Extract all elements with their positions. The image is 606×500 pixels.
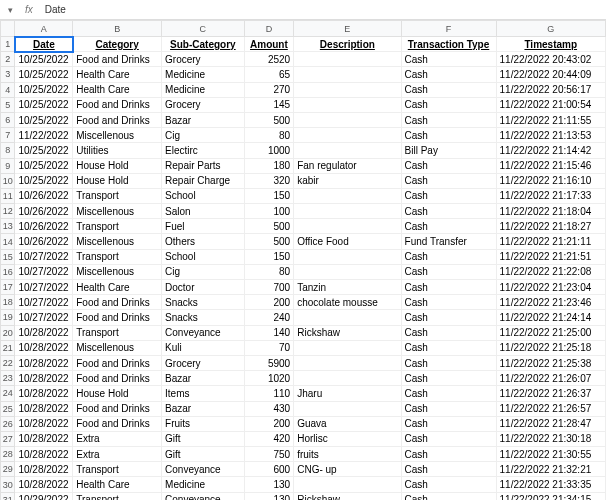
col-header-a[interactable]: A [15,21,73,37]
cell-subcategory[interactable]: School [162,249,245,264]
cell-date[interactable]: 10/26/2022 [15,188,73,203]
cell-amount[interactable]: 70 [244,340,294,355]
row-number[interactable]: 14 [1,234,15,249]
cell-subcategory[interactable]: Conveyance [162,462,245,477]
cell-date[interactable]: 10/27/2022 [15,310,73,325]
cell-txn-type[interactable]: Cash [401,249,496,264]
cell-txn-type[interactable]: Cash [401,128,496,143]
cell-subcategory[interactable]: Gift [162,447,245,462]
cell-txn-type[interactable]: Cash [401,492,496,500]
table-header-row[interactable]: 1DateCategorySub-CategoryAmountDescripti… [1,37,606,52]
formula-value[interactable]: Date [41,4,66,15]
cell-timestamp[interactable]: 11/22/2022 21:23:46 [496,295,605,310]
row-number[interactable]: 31 [1,492,15,500]
cell-txn-type[interactable]: Cash [401,477,496,492]
cell-description[interactable] [294,143,401,158]
row-number[interactable]: 24 [1,386,15,401]
cell-description[interactable] [294,128,401,143]
cell-timestamp[interactable]: 11/22/2022 21:33:35 [496,477,605,492]
cell-subcategory[interactable]: Snacks [162,310,245,325]
cell-date[interactable]: 10/25/2022 [15,97,73,112]
row-number[interactable]: 30 [1,477,15,492]
cell-category[interactable]: Food and Drinks [73,371,162,386]
row-number[interactable]: 18 [1,295,15,310]
cell-header-subcategory[interactable]: Sub-Category [162,37,245,52]
cell-date[interactable]: 10/28/2022 [15,401,73,416]
cell-txn-type[interactable]: Cash [401,401,496,416]
cell-description[interactable] [294,340,401,355]
cell-amount[interactable]: 600 [244,462,294,477]
cell-header-category[interactable]: Category [73,37,162,52]
table-row[interactable]: 2310/28/2022Food and DrinksBazar1020Cash… [1,371,606,386]
cell-category[interactable]: Food and Drinks [73,97,162,112]
table-row[interactable]: 2910/28/2022TransportConveyance600CNG- u… [1,462,606,477]
cell-category[interactable]: Miscellenous [73,234,162,249]
cell-description[interactable] [294,264,401,279]
table-row[interactable]: 3110/29/2022TransportConveyance130Ricksh… [1,492,606,500]
table-row[interactable]: 1210/26/2022MiscellenousSalon100Cash11/2… [1,204,606,219]
cell-date[interactable]: 10/25/2022 [15,112,73,127]
cell-description[interactable]: fruits [294,447,401,462]
cell-description[interactable] [294,204,401,219]
cell-category[interactable]: Extra [73,431,162,446]
table-row[interactable]: 2510/28/2022Food and DrinksBazar430Cash1… [1,401,606,416]
cell-timestamp[interactable]: 11/22/2022 21:23:04 [496,280,605,295]
cell-amount[interactable]: 420 [244,431,294,446]
cell-amount[interactable]: 500 [244,219,294,234]
cell-amount[interactable]: 110 [244,386,294,401]
cell-subcategory[interactable]: Electirc [162,143,245,158]
cell-timestamp[interactable]: 11/22/2022 21:25:18 [496,340,605,355]
cell-timestamp[interactable]: 11/22/2022 21:24:14 [496,310,605,325]
cell-amount[interactable]: 700 [244,280,294,295]
cell-timestamp[interactable]: 11/22/2022 21:26:37 [496,386,605,401]
cell-category[interactable]: Transport [73,188,162,203]
cell-amount[interactable]: 200 [244,295,294,310]
cell-subcategory[interactable]: Grocery [162,97,245,112]
table-row[interactable]: 2610/28/2022Food and DrinksFruits200Guav… [1,416,606,431]
cell-description[interactable] [294,67,401,82]
cell-amount[interactable]: 150 [244,249,294,264]
cell-header-amount[interactable]: Amount [244,37,294,52]
row-number[interactable]: 12 [1,204,15,219]
cell-timestamp[interactable]: 11/22/2022 21:00:54 [496,97,605,112]
cell-description[interactable] [294,401,401,416]
cell-subcategory[interactable]: Cig [162,264,245,279]
row-number[interactable]: 5 [1,97,15,112]
cell-timestamp[interactable]: 11/22/2022 21:11:55 [496,112,605,127]
cell-date[interactable]: 10/28/2022 [15,416,73,431]
cell-description[interactable]: Horlisc [294,431,401,446]
row-number[interactable]: 11 [1,188,15,203]
spreadsheet-grid[interactable]: A B C D E F G 1DateCategorySub-CategoryA… [0,20,606,500]
row-number[interactable]: 27 [1,431,15,446]
cell-date[interactable]: 10/25/2022 [15,173,73,188]
cell-category[interactable]: Health Care [73,67,162,82]
cell-timestamp[interactable]: 11/22/2022 21:14:42 [496,143,605,158]
cell-amount[interactable]: 140 [244,325,294,340]
cell-amount[interactable]: 320 [244,173,294,188]
col-header-d[interactable]: D [244,21,294,37]
cell-date[interactable]: 10/28/2022 [15,355,73,370]
cell-category[interactable]: Food and Drinks [73,52,162,67]
cell-txn-type[interactable]: Cash [401,82,496,97]
cell-timestamp[interactable]: 11/22/2022 21:26:57 [496,401,605,416]
row-number[interactable]: 4 [1,82,15,97]
cell-txn-type[interactable]: Cash [401,264,496,279]
cell-txn-type[interactable]: Cash [401,67,496,82]
cell-subcategory[interactable]: Snacks [162,295,245,310]
cell-subcategory[interactable]: Kuli [162,340,245,355]
cell-timestamp[interactable]: 11/22/2022 21:28:47 [496,416,605,431]
cell-date[interactable]: 10/28/2022 [15,431,73,446]
cell-date[interactable]: 10/25/2022 [15,143,73,158]
cell-description[interactable]: kabir [294,173,401,188]
cell-description[interactable] [294,82,401,97]
cell-subcategory[interactable]: Bazar [162,112,245,127]
cell-txn-type[interactable]: Cash [401,158,496,173]
cell-txn-type[interactable]: Cash [401,52,496,67]
cell-description[interactable] [294,371,401,386]
cell-date[interactable]: 11/22/2022 [15,128,73,143]
cell-date[interactable]: 10/25/2022 [15,158,73,173]
cell-timestamp[interactable]: 11/22/2022 21:18:27 [496,219,605,234]
cell-date[interactable]: 10/28/2022 [15,447,73,462]
cell-subcategory[interactable]: Gift [162,431,245,446]
cell-category[interactable]: Transport [73,462,162,477]
